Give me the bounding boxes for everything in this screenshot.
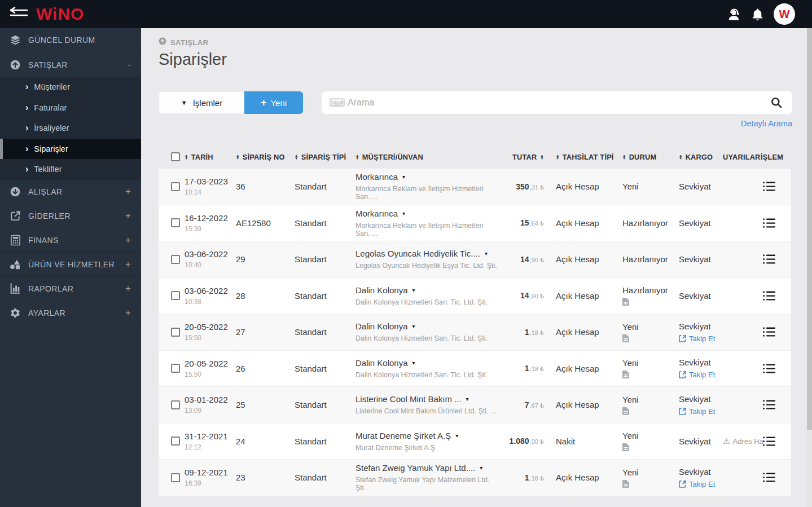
sort-icon: ▲▼ — [295, 154, 299, 160]
customer-dropdown[interactable]: Stefan Zweig Yamuk Yapı Ltd....▾ — [355, 463, 497, 473]
customer-dropdown[interactable]: Murat Deneme Şirket A.Ş▾ — [355, 431, 497, 440]
sidebar-item-alislar[interactable]: ALIŞLAR + — [0, 180, 141, 204]
document-icon[interactable] — [622, 371, 679, 378]
search-icon[interactable] — [771, 97, 782, 111]
sidebar-item-giderler[interactable]: GİDERLER + — [0, 204, 141, 228]
row-checkbox[interactable] — [171, 400, 180, 409]
user-avatar[interactable]: W — [774, 3, 795, 25]
row-checkbox[interactable] — [171, 364, 180, 373]
order-date: 03-06-2022 — [185, 249, 236, 259]
order-number: 25 — [236, 400, 295, 409]
customer-dropdown[interactable]: Listerine Cool Mint Bakım ...▾ — [355, 394, 497, 404]
order-status: Yeni — [622, 322, 679, 332]
sidebar-item-teklifler[interactable]: › Teklifler — [0, 159, 141, 180]
row-checkbox[interactable] — [171, 473, 180, 482]
order-number: AE12580 — [236, 218, 295, 228]
breadcrumb[interactable]: SATIŞLAR — [159, 37, 792, 47]
row-checkbox[interactable] — [171, 255, 180, 264]
table-row: 03-01-202213:0925StandartListerine Cool … — [159, 387, 791, 424]
sidebar-item-urun-ve-hizmetler[interactable]: ÜRÜN VE HİZMETLER + — [0, 253, 141, 277]
customer-dropdown[interactable]: Dalin Kolonya▾ — [355, 321, 497, 331]
order-time: 10:40 — [185, 261, 236, 269]
sidebar-item-faturalar[interactable]: › Faturalar — [0, 98, 141, 118]
app-logo[interactable]: WiNO — [36, 5, 84, 24]
support-headset-icon[interactable] — [727, 8, 741, 21]
document-icon[interactable] — [622, 298, 679, 306]
scrollbar-thumb[interactable] — [807, 28, 812, 430]
customer-fullname: Dalin Kolonya Hizmetleri San. Tic. Ltd. … — [355, 298, 497, 306]
column-header-tutar[interactable]: TUTAR▲▼ — [497, 153, 544, 161]
document-icon[interactable] — [622, 443, 679, 451]
sort-icon: ▲▼ — [556, 154, 560, 160]
customer-name: Dalin Kolonya — [355, 285, 408, 295]
warning-badge: ⚠Adres Ha — [723, 437, 763, 446]
row-actions-button[interactable] — [763, 182, 783, 191]
row-actions-button[interactable] — [763, 254, 783, 264]
column-header-i-lem[interactable]: İŞLEM — [763, 153, 791, 161]
column-label: TAHSİLAT TİPİ — [563, 153, 614, 161]
document-icon[interactable] — [622, 480, 679, 488]
column-header-uyarilar[interactable]: UYARILAR — [723, 153, 763, 161]
row-actions-button[interactable] — [763, 218, 783, 228]
expand-indicator: + — [125, 210, 131, 222]
sidebar-toggle-button[interactable] — [7, 5, 32, 24]
column-header-tari-h[interactable]: ▲▼TARİH — [185, 153, 236, 161]
column-header-si-pari-ti-pi-[interactable]: ▲▼SİPARİŞ TİPİ — [295, 153, 355, 161]
customer-dropdown[interactable]: Dalin Kolonya▾ — [355, 285, 497, 295]
row-checkbox[interactable] — [171, 328, 180, 337]
customer-name: Dalin Kolonya — [355, 358, 408, 368]
track-link[interactable]: Takip Et — [679, 334, 723, 343]
order-type: Standart — [295, 400, 355, 409]
sidebar-item-finans[interactable]: FİNANS + — [0, 228, 141, 253]
row-actions-button[interactable] — [763, 291, 783, 301]
column-header-durum[interactable]: ▲▼DURUM — [622, 153, 679, 161]
document-icon[interactable] — [622, 334, 679, 342]
detayli-arama-link[interactable]: Detaylı Arama — [741, 119, 792, 128]
sidebar-item-guncel-durum[interactable]: GÜNCEL DURUM — [0, 28, 141, 52]
row-actions-button[interactable] — [763, 437, 783, 446]
column-header-kargo[interactable]: ▲▼KARGO — [679, 153, 723, 161]
select-all-checkbox[interactable] — [171, 152, 180, 161]
column-label: SİPARİŞ TİPİ — [301, 153, 346, 161]
external-link-icon — [679, 480, 686, 488]
track-link[interactable]: Takip Et — [679, 371, 723, 379]
notifications-bell-icon[interactable] — [752, 8, 763, 21]
external-link-icon — [679, 371, 686, 378]
customer-dropdown[interactable]: Legolas Oyuncak Hediyelik Tic....▾ — [355, 249, 497, 258]
sidebar-item-raporlar[interactable]: RAPORLAR + — [0, 277, 141, 301]
sidebar-item-irsaliyeler[interactable]: › İrsaliyeler — [0, 118, 141, 139]
payment-type: Açık Hesap — [556, 364, 622, 373]
customer-dropdown[interactable]: Morkarınca▾ — [355, 172, 497, 182]
external-link-icon — [679, 335, 686, 342]
sidebar-item-musteriler[interactable]: › Müşteriler — [0, 77, 141, 98]
document-icon[interactable] — [622, 407, 679, 415]
row-checkbox[interactable] — [171, 291, 180, 300]
customer-dropdown[interactable]: Dalin Kolonya▾ — [355, 358, 497, 368]
row-actions-button[interactable] — [763, 473, 783, 482]
caret-down-icon: ▾ — [485, 250, 488, 257]
row-actions-button[interactable] — [763, 400, 783, 409]
sidebar-item-siparisler[interactable]: › Siparişler — [0, 139, 141, 160]
search-input[interactable] — [322, 91, 792, 114]
customer-fullname: Legolas Oyuncak Hediyelik Eşya Tic. Ltd.… — [355, 262, 497, 270]
track-link[interactable]: Takip Et — [679, 480, 723, 488]
islemler-dropdown-button[interactable]: ▼ İşlemler — [159, 91, 244, 114]
column-header-m-teri-nvan[interactable]: ▲▼MÜŞTERİ/ÜNVAN — [355, 153, 497, 161]
track-link[interactable]: Takip Et — [679, 407, 723, 416]
order-type: Standart — [295, 182, 355, 191]
row-checkbox[interactable] — [171, 182, 180, 191]
row-checkbox[interactable] — [171, 437, 180, 446]
order-status: Yeni — [622, 182, 679, 191]
row-actions-button[interactable] — [763, 327, 783, 337]
customer-dropdown[interactable]: Morkarınca▾ — [355, 209, 497, 218]
row-actions-button[interactable] — [763, 364, 783, 373]
sidebar-item-satislar[interactable]: SATIŞLAR - — [0, 52, 141, 77]
yeni-button[interactable]: + Yeni — [244, 91, 303, 114]
sidebar-item-ayarlar[interactable]: AYARLAR + — [0, 301, 141, 325]
caret-down-icon: ▾ — [402, 210, 405, 217]
column-header-tahsi-lat-ti-pi-[interactable]: ▲▼TAHSİLAT TİPİ — [544, 153, 622, 161]
column-header-si-pari-no[interactable]: ▲▼SİPARİŞ NO — [236, 153, 295, 161]
toolbar: ▼ İşlemler + Yeni ⌨ — [159, 91, 792, 114]
row-checkbox[interactable] — [171, 218, 180, 227]
order-number: 27 — [236, 327, 295, 337]
